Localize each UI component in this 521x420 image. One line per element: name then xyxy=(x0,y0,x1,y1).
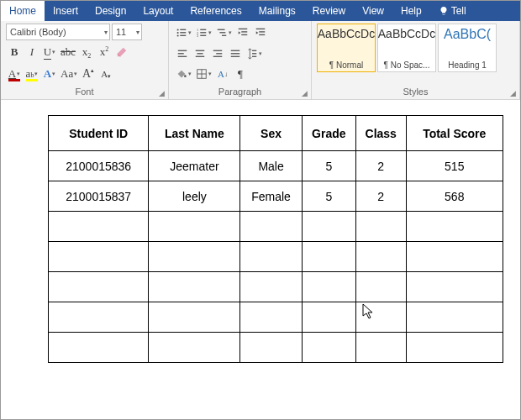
bold-button[interactable]: B xyxy=(6,44,23,60)
grow-font-button[interactable]: A▴ xyxy=(80,66,97,82)
table-cell[interactable] xyxy=(355,272,406,302)
table-cell[interactable] xyxy=(406,302,503,333)
document-area[interactable]: Student ID Last Name Sex Grade Class Tot… xyxy=(1,100,520,420)
table-cell[interactable] xyxy=(240,242,302,272)
table-cell[interactable] xyxy=(355,333,406,363)
align-right-button[interactable] xyxy=(209,45,226,62)
increase-indent-button[interactable] xyxy=(252,24,269,41)
line-spacing-button[interactable]: ▾ xyxy=(245,45,264,62)
italic-button[interactable]: I xyxy=(24,44,40,60)
tab-home[interactable]: Home xyxy=(1,1,45,21)
table-row[interactable]: 2100015837leelyFemale52568 xyxy=(49,181,503,212)
underline-button[interactable]: U▾ xyxy=(41,44,58,60)
tab-insert[interactable]: Insert xyxy=(45,1,87,21)
tab-view[interactable]: View xyxy=(354,1,392,21)
table-cell[interactable] xyxy=(149,272,240,302)
table-row[interactable]: 2100015836JeematerMale52515 xyxy=(49,151,503,181)
col-sex[interactable]: Sex xyxy=(240,116,302,151)
table-cell[interactable] xyxy=(49,333,149,363)
highlight-button[interactable]: ab▾ xyxy=(24,66,40,82)
shading-button[interactable]: ▾ xyxy=(174,66,193,82)
tab-layout[interactable]: Layout xyxy=(134,1,182,21)
style-no-spacing[interactable]: AaBbCcDc ¶ No Spac... xyxy=(377,24,436,72)
superscript-button[interactable]: x2 xyxy=(96,44,113,60)
tab-help[interactable]: Help xyxy=(392,1,430,21)
numbering-button[interactable]: 123▾ xyxy=(194,24,213,41)
table-cell[interactable] xyxy=(240,272,302,302)
table-cell[interactable] xyxy=(302,333,355,363)
tab-review[interactable]: Review xyxy=(304,1,354,21)
table-cell[interactable] xyxy=(49,212,149,242)
table-cell[interactable] xyxy=(406,212,503,242)
tab-mailings[interactable]: Mailings xyxy=(250,1,304,21)
table-cell[interactable]: 5 xyxy=(302,181,355,212)
table-cell[interactable] xyxy=(49,272,149,302)
table-cell[interactable]: Male xyxy=(240,151,302,181)
table-row[interactable] xyxy=(49,333,503,363)
col-last-name[interactable]: Last Name xyxy=(149,116,240,151)
decrease-indent-button[interactable] xyxy=(234,24,251,41)
shrink-font-button[interactable]: A▾ xyxy=(97,66,114,82)
table-row[interactable] xyxy=(49,272,503,302)
style-normal[interactable]: AaBbCcDc ¶ Normal xyxy=(317,24,376,72)
table-cell[interactable] xyxy=(355,212,406,242)
table-cell[interactable] xyxy=(406,242,503,272)
student-table[interactable]: Student ID Last Name Sex Grade Class Tot… xyxy=(48,115,503,363)
sort-button[interactable]: A↓ xyxy=(214,66,231,82)
align-center-button[interactable] xyxy=(192,45,208,62)
table-cell[interactable] xyxy=(49,302,149,333)
table-cell[interactable] xyxy=(149,242,240,272)
clear-formatting-button[interactable] xyxy=(113,44,130,60)
table-cell[interactable] xyxy=(355,302,406,333)
justify-button[interactable] xyxy=(227,45,244,62)
table-cell[interactable] xyxy=(240,333,302,363)
table-cell[interactable] xyxy=(406,272,503,302)
font-dialog-launcher[interactable]: ◢ xyxy=(156,88,166,98)
tell-me[interactable]: Tell xyxy=(430,1,475,21)
bullets-button[interactable]: ▾ xyxy=(174,24,193,41)
table-cell[interactable] xyxy=(149,212,240,242)
strikethrough-button[interactable]: abc xyxy=(59,44,77,60)
borders-button[interactable]: ▾ xyxy=(194,66,213,82)
table-cell[interactable]: 5 xyxy=(302,151,355,181)
table-cell[interactable] xyxy=(302,242,355,272)
table-cell[interactable]: Jeemater xyxy=(149,151,240,181)
font-color-button[interactable]: A▾ xyxy=(6,66,23,82)
font-name-combo[interactable]: Calibri (Body) ▾ xyxy=(6,24,110,40)
font-size-combo[interactable]: 11 ▾ xyxy=(112,24,142,40)
table-cell[interactable]: leely xyxy=(149,181,240,212)
change-case-button[interactable]: Aa▾ xyxy=(59,66,79,82)
subscript-button[interactable]: x2 xyxy=(78,44,95,60)
table-cell[interactable] xyxy=(302,302,355,333)
table-cell[interactable] xyxy=(149,302,240,333)
tab-design[interactable]: Design xyxy=(87,1,134,21)
table-cell[interactable] xyxy=(355,242,406,272)
col-total-score[interactable]: Total Score xyxy=(406,116,503,151)
tab-references[interactable]: References xyxy=(182,1,250,21)
table-cell[interactable]: 2100015836 xyxy=(49,151,149,181)
table-cell[interactable]: 568 xyxy=(406,181,503,212)
table-cell[interactable]: 2100015837 xyxy=(49,181,149,212)
col-student-id[interactable]: Student ID xyxy=(49,116,149,151)
multilevel-list-button[interactable]: ▾ xyxy=(214,24,234,41)
table-cell[interactable] xyxy=(302,272,355,302)
show-hide-button[interactable] xyxy=(232,66,249,82)
table-cell[interactable]: 2 xyxy=(355,151,406,181)
table-cell[interactable] xyxy=(302,212,355,242)
table-cell[interactable]: 515 xyxy=(406,151,503,181)
styles-dialog-launcher[interactable]: ◢ xyxy=(508,88,518,98)
style-heading-1[interactable]: AaBbC( Heading 1 xyxy=(438,24,497,72)
text-effects-button[interactable]: A▾ xyxy=(41,66,58,82)
table-cell[interactable] xyxy=(240,212,302,242)
table-cell[interactable] xyxy=(149,333,240,363)
paragraph-dialog-launcher[interactable]: ◢ xyxy=(299,88,309,98)
table-cell[interactable] xyxy=(49,242,149,272)
table-cell[interactable]: 2 xyxy=(355,181,406,212)
table-row[interactable] xyxy=(49,302,503,333)
col-class[interactable]: Class xyxy=(355,116,406,151)
table-header-row[interactable]: Student ID Last Name Sex Grade Class Tot… xyxy=(49,116,503,151)
table-cell[interactable] xyxy=(240,302,302,333)
table-cell[interactable] xyxy=(406,333,503,363)
table-cell[interactable]: Female xyxy=(240,181,302,212)
table-row[interactable] xyxy=(49,242,503,272)
